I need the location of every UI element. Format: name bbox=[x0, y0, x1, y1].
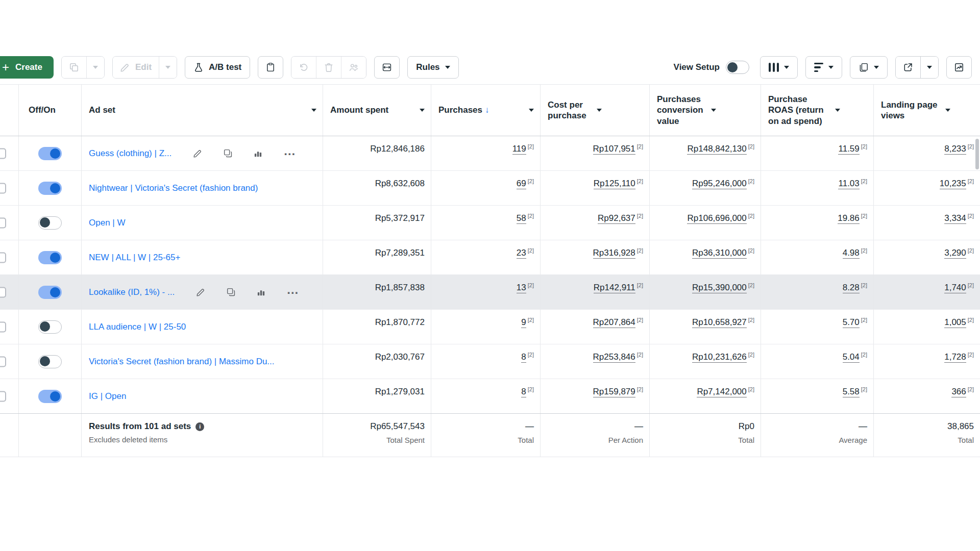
adset-name-link[interactable]: Victoria's Secret (fashion brand) | Mass… bbox=[89, 357, 275, 367]
conversion-value[interactable]: Rp15,390,000 bbox=[692, 283, 747, 293]
landing-page-views-value[interactable]: 366 bbox=[951, 387, 966, 397]
cost-per-purchase-value[interactable]: Rp316,928 bbox=[593, 248, 635, 259]
landing-page-views-value[interactable]: 10,235 bbox=[940, 179, 966, 189]
row-toggle[interactable] bbox=[38, 182, 62, 195]
duplicate-dropdown-button[interactable] bbox=[86, 57, 104, 78]
roas-value[interactable]: 5.04 bbox=[843, 352, 860, 363]
roas-value[interactable]: 11.59 bbox=[838, 144, 859, 155]
row-toggle[interactable] bbox=[38, 216, 62, 230]
cost-per-purchase-value[interactable]: Rp107,951 bbox=[593, 144, 635, 155]
edit-icon[interactable] bbox=[193, 148, 203, 158]
conversion-value[interactable]: Rp36,310,000 bbox=[692, 248, 747, 259]
breakdown-button[interactable] bbox=[805, 56, 842, 79]
row-toggle[interactable] bbox=[38, 320, 62, 334]
header-cost-per-purchase[interactable]: Cost per purchase bbox=[541, 85, 650, 136]
columns-button[interactable] bbox=[760, 56, 798, 79]
delete-button[interactable] bbox=[316, 57, 341, 78]
adset-name-link[interactable]: Nightwear | Victoria's Secret (fashion b… bbox=[89, 183, 258, 193]
exchange-button[interactable] bbox=[374, 56, 400, 79]
paste-button[interactable] bbox=[258, 56, 283, 79]
cost-per-purchase-value[interactable]: Rp142,911 bbox=[594, 283, 635, 293]
header-purchase-roas[interactable]: Purchase ROAS (return on ad spend) bbox=[761, 85, 874, 136]
roas-value[interactable]: 5.58 bbox=[843, 387, 860, 397]
chevron-down-icon[interactable] bbox=[420, 109, 425, 112]
conversion-value[interactable]: Rp10,658,927 bbox=[692, 317, 747, 328]
header-purchases[interactable]: Purchases↓ bbox=[431, 85, 541, 136]
roas-value[interactable]: 4.98 bbox=[843, 248, 860, 259]
landing-page-views-value[interactable]: 3,290 bbox=[944, 248, 966, 259]
cost-per-purchase-value[interactable]: Rp253,846 bbox=[593, 352, 635, 363]
cost-per-purchase-value[interactable]: Rp92,637 bbox=[598, 213, 635, 224]
roas-value[interactable]: 11.03 bbox=[838, 179, 859, 189]
edit-dropdown-button[interactable] bbox=[159, 57, 177, 78]
landing-page-views-value[interactable]: 3,334 bbox=[944, 213, 966, 224]
conversion-value[interactable]: Rp7,142,000 bbox=[697, 387, 746, 397]
purchases-value[interactable]: 69 bbox=[517, 179, 526, 189]
audience-button[interactable] bbox=[341, 57, 366, 78]
conversion-value[interactable]: Rp106,696,000 bbox=[687, 213, 746, 224]
reports-button[interactable] bbox=[850, 56, 888, 79]
landing-page-views-value[interactable]: 8,233 bbox=[944, 144, 966, 155]
chevron-down-icon[interactable] bbox=[597, 109, 602, 112]
create-button[interactable]: + Create bbox=[0, 56, 54, 79]
export-dropdown-button[interactable] bbox=[920, 57, 938, 78]
adset-name-link[interactable]: Guess (clothing) | Z... bbox=[89, 148, 172, 159]
chevron-down-icon[interactable] bbox=[711, 109, 716, 112]
chevron-down-icon[interactable] bbox=[311, 109, 316, 112]
rules-button[interactable]: Rules bbox=[407, 56, 458, 79]
row-checkbox[interactable] bbox=[0, 183, 6, 193]
adset-name-link[interactable]: Open | W bbox=[89, 218, 126, 228]
header-ad-set[interactable]: Ad set bbox=[82, 85, 323, 136]
row-toggle[interactable] bbox=[38, 251, 62, 264]
vertical-scrollbar-thumb[interactable] bbox=[975, 139, 979, 169]
duplicate-icon[interactable] bbox=[223, 148, 233, 158]
purchases-value[interactable]: 23 bbox=[517, 248, 526, 259]
row-checkbox[interactable] bbox=[0, 148, 6, 159]
row-checkbox[interactable] bbox=[0, 287, 6, 297]
row-checkbox[interactable] bbox=[0, 391, 6, 402]
conversion-value[interactable]: Rp95,246,000 bbox=[692, 179, 747, 189]
adset-name-link[interactable]: Lookalike (ID, 1%) - ... bbox=[89, 287, 175, 297]
row-toggle[interactable] bbox=[38, 147, 62, 160]
cost-per-purchase-value[interactable]: Rp125,110 bbox=[594, 179, 635, 189]
info-icon[interactable]: i bbox=[195, 422, 204, 431]
roas-value[interactable]: 5.70 bbox=[843, 317, 860, 328]
purchases-value[interactable]: 58 bbox=[517, 213, 526, 224]
purchases-value[interactable]: 8 bbox=[521, 387, 526, 397]
view-setup-toggle[interactable] bbox=[726, 61, 749, 74]
landing-page-views-value[interactable]: 1,005 bbox=[944, 317, 966, 328]
header-landing-page-views[interactable]: Landing page views bbox=[874, 85, 980, 136]
chevron-down-icon[interactable] bbox=[835, 109, 840, 112]
cost-per-purchase-value[interactable]: Rp207,864 bbox=[593, 317, 635, 328]
adset-name-link[interactable]: LLA audience | W | 25-50 bbox=[89, 322, 186, 332]
chevron-down-icon[interactable] bbox=[529, 109, 534, 112]
roas-value[interactable]: 19.86 bbox=[838, 213, 860, 224]
roas-value[interactable]: 8.28 bbox=[843, 283, 860, 293]
row-toggle[interactable] bbox=[38, 355, 62, 368]
purchases-value[interactable]: 13 bbox=[517, 283, 526, 293]
row-toggle[interactable] bbox=[38, 286, 62, 299]
header-purchases-conversion-value[interactable]: Purchases conversion value bbox=[650, 85, 761, 136]
duplicate-button[interactable] bbox=[62, 57, 86, 78]
chart-icon[interactable] bbox=[256, 287, 266, 297]
row-checkbox[interactable] bbox=[0, 252, 6, 263]
purchases-value[interactable]: 9 bbox=[521, 317, 526, 328]
edit-icon[interactable] bbox=[196, 287, 206, 297]
charts-button[interactable] bbox=[946, 56, 972, 79]
duplicate-icon[interactable] bbox=[226, 287, 236, 297]
conversion-value[interactable]: Rp148,842,130 bbox=[687, 144, 746, 155]
landing-page-views-value[interactable]: 1,740 bbox=[944, 283, 966, 293]
row-checkbox[interactable] bbox=[0, 356, 6, 367]
adset-name-link[interactable]: NEW | ALL | W | 25-65+ bbox=[89, 253, 180, 263]
row-toggle[interactable] bbox=[38, 390, 62, 403]
row-checkbox[interactable] bbox=[0, 321, 6, 332]
export-button[interactable] bbox=[896, 57, 920, 78]
chevron-down-icon[interactable] bbox=[945, 109, 950, 112]
ab-test-button[interactable]: A/B test bbox=[185, 56, 250, 79]
row-checkbox[interactable] bbox=[0, 217, 6, 228]
landing-page-views-value[interactable]: 1,728 bbox=[944, 352, 966, 363]
purchases-value[interactable]: 119 bbox=[512, 144, 526, 155]
conversion-value[interactable]: Rp10,231,626 bbox=[692, 352, 747, 363]
header-amount-spent[interactable]: Amount spent bbox=[323, 85, 431, 136]
chart-icon[interactable] bbox=[253, 148, 263, 158]
